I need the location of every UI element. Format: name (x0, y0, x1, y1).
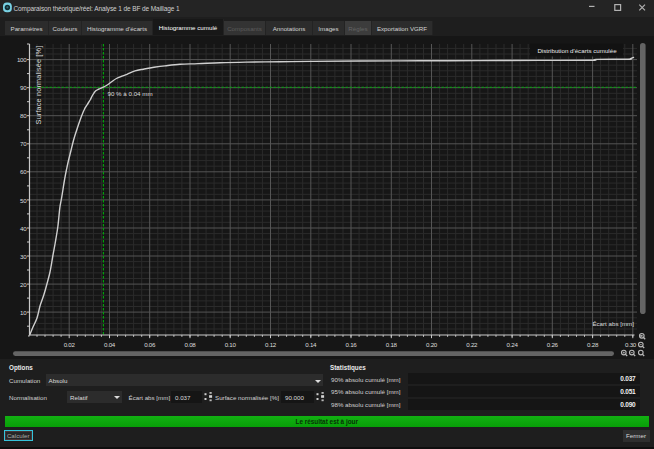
svg-text:Écart abs [mm]: Écart abs [mm] (592, 320, 634, 327)
svg-text:0.30: 0.30 (625, 341, 637, 348)
svg-text:0.24: 0.24 (507, 341, 519, 348)
svg-text:0.28: 0.28 (587, 341, 599, 348)
svg-text:40: 40 (20, 225, 27, 232)
svg-text:0.16: 0.16 (345, 341, 357, 348)
svg-text:0.14: 0.14 (305, 341, 317, 348)
svg-text:0.18: 0.18 (386, 341, 398, 348)
svg-text:0.10: 0.10 (225, 341, 237, 348)
svg-text:0.08: 0.08 (184, 341, 196, 348)
svg-text:10: 10 (20, 309, 27, 316)
svg-text:0.20: 0.20 (426, 341, 438, 348)
svg-text:90: 90 (20, 84, 27, 91)
svg-text:Surface normalisée [%]: Surface normalisée [%] (34, 46, 43, 125)
svg-text:0.02: 0.02 (64, 341, 76, 348)
svg-text:90 % à 0.04 mm: 90 % à 0.04 mm (108, 90, 153, 97)
svg-text:0.06: 0.06 (144, 341, 156, 348)
svg-text:80: 80 (20, 112, 27, 119)
svg-text:0.12: 0.12 (265, 341, 277, 348)
svg-text:60: 60 (20, 168, 27, 175)
svg-text:50: 50 (20, 197, 27, 204)
svg-text:0.26: 0.26 (547, 341, 559, 348)
svg-text:0.04: 0.04 (104, 341, 116, 348)
svg-text:0.22: 0.22 (466, 341, 478, 348)
svg-text:70: 70 (20, 140, 27, 147)
svg-text:Distribution d'écarts cumulée: Distribution d'écarts cumulée (537, 47, 617, 54)
svg-text:30: 30 (20, 253, 27, 260)
svg-text:20: 20 (20, 281, 27, 288)
svg-text:100: 100 (17, 56, 27, 63)
